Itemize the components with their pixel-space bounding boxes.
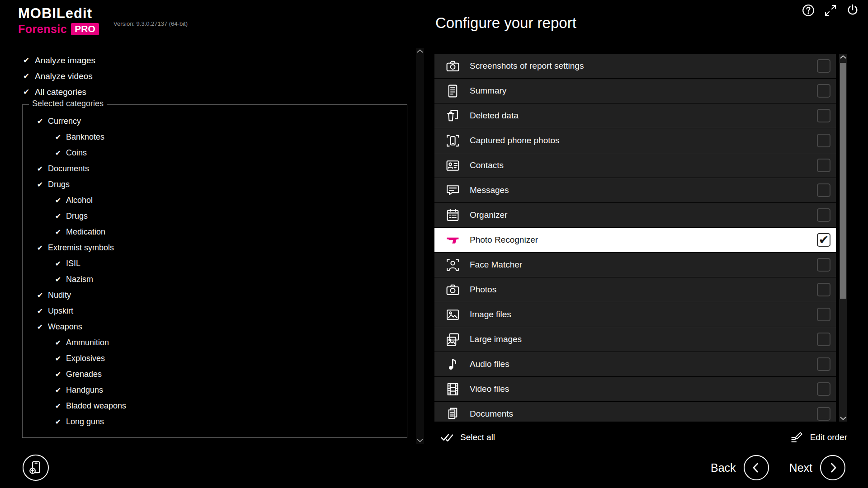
resize-button[interactable] (823, 3, 838, 18)
section-checkbox[interactable] (817, 84, 830, 98)
report-section-photo-recognizer[interactable]: Photo Recognizer✔ (434, 228, 836, 252)
category-weapons[interactable]: ✔Weapons (23, 319, 407, 335)
sections-scrollbar[interactable] (839, 54, 847, 422)
brand-pro-badge: PRO (71, 23, 99, 35)
option-analyze-videos[interactable]: ✔Analyze videos (22, 68, 95, 84)
brand-name: MOBILedit (18, 5, 99, 22)
category-long-guns[interactable]: ✔Long guns (23, 414, 407, 430)
category-currency[interactable]: ✔Currency (23, 113, 407, 129)
category-upskirt[interactable]: ✔Upskirt (23, 303, 407, 319)
edit-order-button[interactable]: Edit order (790, 431, 847, 445)
section-label: Organizer (470, 210, 817, 220)
report-section-photos[interactable]: Photos (434, 277, 836, 302)
report-section-video-files[interactable]: Video files (434, 377, 836, 401)
category-banknotes[interactable]: ✔Banknotes (23, 129, 407, 145)
video-files-icon (445, 382, 460, 397)
category-ammunition[interactable]: ✔Ammunition (23, 335, 407, 351)
report-section-captured-phone-photos[interactable]: Captured phone photos (434, 128, 836, 153)
section-label: Contacts (470, 160, 817, 170)
section-checkbox[interactable] (817, 208, 830, 222)
category-nazism[interactable]: ✔Nazism (23, 272, 407, 287)
category-alcohol[interactable]: ✔Alcohol (23, 192, 407, 208)
category-label: Drugs (48, 180, 70, 189)
section-label: Image files (470, 310, 817, 319)
power-icon (845, 3, 860, 18)
section-label: Documents (470, 409, 817, 419)
report-section-messages[interactable]: Messages (434, 178, 836, 202)
back-button[interactable] (744, 455, 769, 480)
help-button[interactable] (801, 3, 816, 18)
report-section-summary[interactable]: Summary (434, 79, 836, 103)
scrollbar-thumb[interactable] (840, 63, 846, 299)
scroll-down-icon[interactable] (840, 416, 847, 421)
section-checkbox[interactable] (817, 159, 830, 172)
report-section-face-matcher[interactable]: Face Matcher (434, 253, 836, 277)
category-drugs[interactable]: ✔Drugs (23, 208, 407, 224)
select-all-button[interactable]: Select all (440, 431, 495, 445)
report-section-image-files[interactable]: Image files (434, 302, 836, 327)
category-label: Banknotes (66, 132, 104, 142)
category-drugs[interactable]: ✔Drugs (23, 177, 407, 192)
top-bar: MOBILedit Forensic PRO Version: 9.3.0.27… (0, 0, 868, 45)
face-matcher-icon (445, 258, 460, 272)
section-checkbox[interactable] (817, 357, 830, 371)
category-documents[interactable]: ✔Documents (23, 161, 407, 177)
report-section-audio-files[interactable]: Audio files (434, 352, 836, 376)
sections-toolbar: Select all Edit order (434, 427, 848, 448)
report-section-documents[interactable]: Documents (434, 402, 836, 422)
next-button[interactable] (820, 455, 845, 480)
report-section-screenshots-of-report-settings[interactable]: Screenshots of report settings (434, 54, 836, 78)
checkmark-icon: ✔ (54, 354, 62, 363)
scroll-up-icon[interactable] (416, 49, 424, 53)
scroll-down-icon[interactable] (416, 438, 424, 443)
checkmark-icon: ✔ (54, 196, 62, 205)
section-checkbox[interactable] (817, 183, 830, 197)
option-analyze-images[interactable]: ✔Analyze images (22, 52, 95, 68)
brand-subline: Forensic PRO (18, 23, 99, 36)
checkmark-icon: ✔ (36, 180, 44, 189)
add-phone-button[interactable] (23, 455, 49, 481)
section-checkbox[interactable]: ✔ (817, 233, 830, 247)
category-extremist-symbols[interactable]: ✔Extremist symbols (23, 240, 407, 256)
category-label: Nudity (48, 291, 71, 300)
section-checkbox[interactable] (817, 134, 830, 147)
power-button[interactable] (845, 3, 860, 18)
section-checkbox[interactable] (817, 109, 830, 122)
section-checkbox[interactable] (817, 308, 830, 321)
category-explosives[interactable]: ✔Explosives (23, 351, 407, 366)
group-title: Selected categories (29, 99, 107, 108)
checkmark-icon: ✔ (22, 87, 30, 97)
checkmark-icon: ✔ (36, 117, 44, 126)
report-section-deleted-data[interactable]: Deleted data (434, 103, 836, 128)
wizard-navigation: Back Next (711, 455, 845, 480)
left-panel-scrollbar[interactable] (416, 48, 424, 444)
section-checkbox[interactable] (817, 407, 830, 421)
section-checkbox[interactable] (817, 333, 830, 346)
brand-forensic-label: Forensic (18, 23, 67, 36)
selected-categories-group: Selected categories ✔Currency✔Banknotes✔… (22, 104, 407, 438)
category-isil[interactable]: ✔ISIL (23, 256, 407, 272)
option-all-categories[interactable]: ✔All categories (22, 84, 95, 100)
checkmark-icon: ✔ (54, 133, 62, 141)
select-all-icon (440, 431, 454, 445)
section-label: Audio files (470, 359, 817, 369)
option-label: All categories (35, 87, 86, 97)
section-checkbox[interactable] (817, 382, 830, 396)
report-section-large-images[interactable]: Large images (434, 327, 836, 352)
section-checkbox[interactable] (817, 283, 830, 296)
section-checkbox[interactable] (817, 59, 830, 73)
category-medication[interactable]: ✔Medication (23, 224, 407, 240)
category-bladed-weapons[interactable]: ✔Bladed weapons (23, 398, 407, 414)
scroll-up-icon[interactable] (840, 55, 847, 59)
category-grenades[interactable]: ✔Grenades (23, 366, 407, 382)
section-checkbox[interactable] (817, 258, 830, 272)
category-label: Alcohol (66, 196, 93, 205)
category-handguns[interactable]: ✔Handguns (23, 382, 407, 398)
category-nudity[interactable]: ✔Nudity (23, 287, 407, 303)
report-section-organizer[interactable]: Organizer (434, 203, 836, 227)
category-label: Bladed weapons (66, 401, 126, 411)
checkmark-icon: ✔ (54, 259, 62, 268)
category-coins[interactable]: ✔Coins (23, 145, 407, 161)
checkmark-icon: ✔ (22, 56, 30, 65)
report-section-contacts[interactable]: Contacts (434, 153, 836, 178)
